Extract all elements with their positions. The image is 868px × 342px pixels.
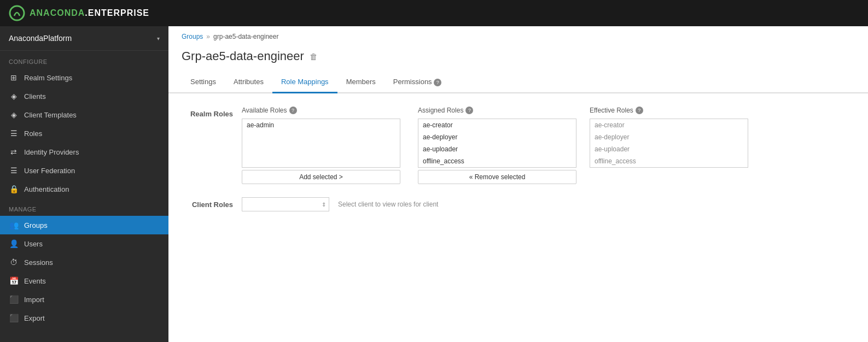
tabs-bar: Settings Attributes Role Mappings Member… <box>168 72 868 93</box>
effective-roles-listbox: ae-creator ae-deployer ae-uploader offli… <box>590 119 748 168</box>
sidebar-item-users[interactable]: 👤 Users <box>0 234 168 253</box>
permissions-help-icon[interactable]: ? <box>434 79 441 86</box>
assigned-roles-header: Assigned Roles ? <box>418 107 576 114</box>
sidebar-item-label: Realm Settings <box>24 74 72 82</box>
sidebar-item-sessions[interactable]: ⏱ Sessions <box>0 253 168 272</box>
list-item: ae-uploader <box>590 143 748 155</box>
platform-label: AnacondaPlatform <box>9 34 72 43</box>
list-item[interactable]: ae-creator <box>418 119 576 131</box>
effective-roles-header: Effective Roles ? <box>590 107 748 114</box>
list-item[interactable]: uma_authorization <box>418 167 576 168</box>
sidebar-item-export[interactable]: ⬛ Export <box>0 309 168 327</box>
realm-roles-row: Realm Roles Available Roles ? ae-admin A… <box>182 107 855 184</box>
client-roles-select[interactable] <box>242 197 329 211</box>
sidebar-item-label: Sessions <box>24 258 53 267</box>
sessions-icon: ⏱ <box>9 258 19 267</box>
breadcrumb-parent[interactable]: Groups <box>182 33 203 40</box>
client-roles-row: Client Roles Select client to view roles… <box>182 197 855 211</box>
list-item: ae-deployer <box>590 131 748 143</box>
client-templates-icon: ◈ <box>9 110 19 119</box>
list-item: offline_access <box>590 155 748 167</box>
sidebar-item-label: Authentication <box>24 185 69 193</box>
sidebar-item-authentication[interactable]: 🔒 Authentication <box>0 180 168 198</box>
effective-roles-col: Effective Roles ? ae-creator ae-deployer… <box>590 107 748 168</box>
client-roles-controls: Select client to view roles for client <box>242 197 438 211</box>
groups-icon: 👥 <box>9 221 19 229</box>
client-roles-label: Client Roles <box>182 197 242 209</box>
manage-section-label: Manage <box>0 198 168 216</box>
configure-section-label: Configure <box>0 51 168 68</box>
sidebar: AnacondaPlatform ▾ Configure ⊞ Realm Set… <box>0 26 168 342</box>
sidebar-item-identity-providers[interactable]: ⇄ Identity Providers <box>0 143 168 161</box>
role-mappings-content: Realm Roles Available Roles ? ae-admin A… <box>168 107 868 211</box>
list-item[interactable]: ae-admin <box>242 119 400 131</box>
sidebar-item-roles[interactable]: ☰ Roles <box>0 124 168 143</box>
available-roles-header: Available Roles ? <box>242 107 400 114</box>
content-area: Groups » grp-ae5-data-engineer Grp-ae5-d… <box>168 26 868 342</box>
available-roles-listbox[interactable]: ae-admin <box>242 119 400 168</box>
available-roles-help-icon[interactable]: ? <box>289 107 297 114</box>
sidebar-item-label: Identity Providers <box>24 148 79 156</box>
tab-members[interactable]: Members <box>337 72 385 93</box>
sidebar-item-label: User Federation <box>24 167 75 175</box>
tab-permissions[interactable]: Permissions ? <box>385 72 450 93</box>
sidebar-item-events[interactable]: 📅 Events <box>0 272 168 290</box>
realm-roles-label: Realm Roles <box>182 107 242 118</box>
identity-providers-icon: ⇄ <box>9 148 19 156</box>
platform-selector[interactable]: AnacondaPlatform ▾ <box>0 26 168 51</box>
import-icon: ⬛ <box>9 295 19 304</box>
logo-text: ANACONDA.ENTERPRISE <box>30 8 149 18</box>
list-item[interactable]: ae-deployer <box>418 131 576 143</box>
delete-group-icon[interactable]: 🗑 <box>310 52 318 61</box>
sidebar-item-label: Clients <box>24 92 46 101</box>
effective-roles-help-icon[interactable]: ? <box>636 107 643 114</box>
list-item[interactable]: offline_access <box>418 155 576 167</box>
tab-role-mappings[interactable]: Role Mappings <box>272 72 337 93</box>
events-icon: 📅 <box>9 276 19 285</box>
sidebar-item-clients[interactable]: ◈ Clients <box>0 87 168 105</box>
sidebar-item-client-templates[interactable]: ◈ Client Templates <box>0 105 168 124</box>
tab-settings[interactable]: Settings <box>182 72 225 93</box>
sidebar-item-realm-settings[interactable]: ⊞ Realm Settings <box>0 68 168 87</box>
assigned-roles-listbox[interactable]: ae-creator ae-deployer ae-uploader offli… <box>418 119 576 168</box>
breadcrumb-separator: » <box>206 33 210 40</box>
add-selected-button[interactable]: Add selected > <box>242 170 400 184</box>
remove-selected-button[interactable]: « Remove selected <box>418 170 576 184</box>
transfer-col <box>400 107 409 134</box>
sidebar-item-label: Export <box>24 314 45 322</box>
logo: ANACONDA.ENTERPRISE <box>9 5 149 21</box>
sidebar-item-label: Client Templates <box>24 111 77 119</box>
sidebar-item-import[interactable]: ⬛ Import <box>0 290 168 309</box>
sidebar-item-groups[interactable]: 👥 Groups <box>0 216 168 234</box>
list-item: uma_authorization <box>590 167 748 168</box>
topbar: ANACONDA.ENTERPRISE <box>0 0 868 26</box>
chevron-down-icon: ▾ <box>157 36 160 42</box>
sidebar-item-label: Import <box>24 296 44 304</box>
breadcrumb-current: grp-ae5-data-engineer <box>213 33 278 40</box>
assigned-roles-help-icon[interactable]: ? <box>465 107 473 114</box>
anaconda-logo-icon <box>9 5 25 21</box>
user-federation-icon: ☰ <box>9 166 19 175</box>
list-item: ae-creator <box>590 119 748 131</box>
sidebar-item-label: Roles <box>24 129 42 138</box>
sidebar-item-label: Users <box>24 240 43 248</box>
authentication-icon: 🔒 <box>9 185 19 193</box>
export-icon: ⬛ <box>9 314 19 322</box>
sidebar-item-user-federation[interactable]: ☰ User Federation <box>0 161 168 180</box>
assigned-roles-col: Assigned Roles ? ae-creator ae-deployer … <box>418 107 576 184</box>
client-roles-hint: Select client to view roles for client <box>338 201 438 208</box>
client-roles-select-wrapper <box>242 197 329 211</box>
page-title: Grp-ae5-data-engineer <box>182 49 304 63</box>
sidebar-item-label: Groups <box>24 221 48 229</box>
available-roles-col: Available Roles ? ae-admin Add selected … <box>242 107 400 184</box>
page-header: Grp-ae5-data-engineer 🗑 <box>168 47 868 72</box>
sidebar-item-label: Events <box>24 277 46 285</box>
tab-attributes[interactable]: Attributes <box>225 72 272 93</box>
clients-icon: ◈ <box>9 92 19 101</box>
users-icon: 👤 <box>9 239 19 248</box>
roles-icon: ☰ <box>9 129 19 138</box>
list-item[interactable]: ae-uploader <box>418 143 576 155</box>
breadcrumb: Groups » grp-ae5-data-engineer <box>168 26 868 47</box>
realm-settings-icon: ⊞ <box>9 73 19 82</box>
roles-columns: Available Roles ? ae-admin Add selected … <box>242 107 855 184</box>
